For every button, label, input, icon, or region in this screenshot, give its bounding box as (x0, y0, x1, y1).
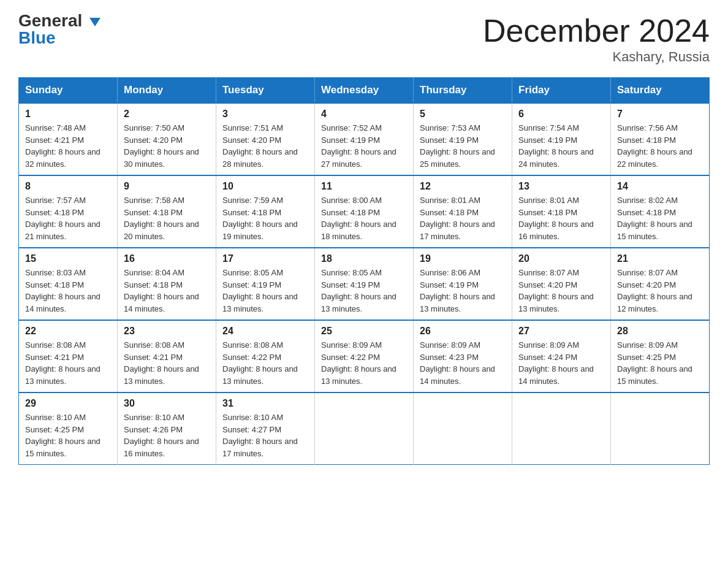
calendar-cell: 6 Sunrise: 7:54 AMSunset: 4:19 PMDayligh… (512, 103, 611, 175)
day-info: Sunrise: 8:09 AMSunset: 4:24 PMDaylight:… (518, 339, 604, 387)
col-header-saturday: Saturday (611, 78, 710, 104)
day-info: Sunrise: 8:05 AMSunset: 4:19 PMDaylight:… (321, 267, 407, 315)
logo-line2: Blue (18, 29, 56, 47)
day-number: 22 (25, 326, 111, 337)
day-info: Sunrise: 8:05 AMSunset: 4:19 PMDaylight:… (222, 267, 308, 315)
title-block: December 2024 Kashary, Russia (483, 12, 710, 65)
calendar-cell: 29 Sunrise: 8:10 AMSunset: 4:25 PMDaylig… (19, 393, 118, 465)
calendar-week-row: 29 Sunrise: 8:10 AMSunset: 4:25 PMDaylig… (19, 393, 710, 465)
day-info: Sunrise: 7:52 AMSunset: 4:19 PMDaylight:… (321, 122, 407, 170)
calendar-cell: 20 Sunrise: 8:07 AMSunset: 4:20 PMDaylig… (512, 248, 611, 320)
col-header-friday: Friday (512, 78, 611, 104)
calendar-cell: 4 Sunrise: 7:52 AMSunset: 4:19 PMDayligh… (315, 103, 414, 175)
col-header-wednesday: Wednesday (315, 78, 414, 104)
calendar-cell: 2 Sunrise: 7:50 AMSunset: 4:20 PMDayligh… (118, 103, 216, 175)
day-number: 4 (321, 109, 407, 120)
day-number: 25 (321, 326, 407, 337)
day-number: 17 (222, 253, 308, 264)
day-number: 1 (25, 109, 111, 120)
day-number: 10 (222, 181, 308, 192)
day-info: Sunrise: 8:10 AMSunset: 4:26 PMDaylight:… (124, 412, 210, 459)
calendar-cell: 10 Sunrise: 7:59 AMSunset: 4:18 PMDaylig… (216, 175, 315, 248)
calendar-cell: 28 Sunrise: 8:09 AMSunset: 4:25 PMDaylig… (611, 320, 710, 393)
day-info: Sunrise: 8:01 AMSunset: 4:18 PMDaylight:… (518, 194, 604, 242)
day-number: 14 (617, 181, 703, 192)
day-info: Sunrise: 7:53 AMSunset: 4:19 PMDaylight:… (420, 122, 506, 170)
day-number: 20 (518, 253, 604, 264)
calendar-cell: 7 Sunrise: 7:56 AMSunset: 4:18 PMDayligh… (611, 103, 710, 175)
day-number: 21 (617, 253, 703, 264)
day-number: 19 (420, 253, 506, 264)
col-header-monday: Monday (118, 78, 216, 104)
calendar-cell: 16 Sunrise: 8:04 AMSunset: 4:18 PMDaylig… (118, 248, 216, 320)
day-number: 3 (222, 109, 308, 120)
day-number: 23 (124, 326, 210, 337)
day-info: Sunrise: 7:48 AMSunset: 4:21 PMDaylight:… (25, 122, 111, 170)
calendar-cell: 25 Sunrise: 8:09 AMSunset: 4:22 PMDaylig… (315, 320, 414, 393)
day-number: 28 (617, 326, 703, 337)
calendar-cell: 31 Sunrise: 8:10 AMSunset: 4:27 PMDaylig… (216, 393, 315, 465)
calendar-week-row: 15 Sunrise: 8:03 AMSunset: 4:18 PMDaylig… (19, 248, 710, 320)
calendar-table: SundayMondayTuesdayWednesdayThursdayFrid… (18, 77, 710, 465)
day-info: Sunrise: 8:09 AMSunset: 4:22 PMDaylight:… (321, 339, 407, 387)
day-info: Sunrise: 8:02 AMSunset: 4:18 PMDaylight:… (617, 194, 703, 242)
calendar-week-row: 22 Sunrise: 8:08 AMSunset: 4:21 PMDaylig… (19, 320, 710, 393)
day-info: Sunrise: 8:07 AMSunset: 4:20 PMDaylight:… (518, 267, 604, 315)
day-number: 16 (124, 253, 210, 264)
calendar-cell: 23 Sunrise: 8:08 AMSunset: 4:21 PMDaylig… (118, 320, 216, 393)
day-number: 31 (222, 398, 308, 409)
calendar-header-row: SundayMondayTuesdayWednesdayThursdayFrid… (19, 78, 710, 104)
day-number: 24 (222, 326, 308, 337)
calendar-cell: 26 Sunrise: 8:09 AMSunset: 4:23 PMDaylig… (414, 320, 512, 393)
day-info: Sunrise: 8:10 AMSunset: 4:25 PMDaylight:… (25, 412, 111, 459)
col-header-thursday: Thursday (414, 78, 512, 104)
calendar-cell: 18 Sunrise: 8:05 AMSunset: 4:19 PMDaylig… (315, 248, 414, 320)
day-number: 12 (420, 181, 506, 192)
day-info: Sunrise: 7:58 AMSunset: 4:18 PMDaylight:… (124, 194, 210, 242)
calendar-subtitle: Kashary, Russia (483, 49, 710, 65)
calendar-cell: 14 Sunrise: 8:02 AMSunset: 4:18 PMDaylig… (611, 175, 710, 248)
calendar-cell (315, 393, 414, 465)
calendar-title: December 2024 (483, 12, 710, 49)
calendar-cell: 5 Sunrise: 7:53 AMSunset: 4:19 PMDayligh… (414, 103, 512, 175)
day-info: Sunrise: 8:10 AMSunset: 4:27 PMDaylight:… (222, 412, 308, 459)
calendar-cell: 9 Sunrise: 7:58 AMSunset: 4:18 PMDayligh… (118, 175, 216, 248)
calendar-cell: 1 Sunrise: 7:48 AMSunset: 4:21 PMDayligh… (19, 103, 118, 175)
day-number: 8 (25, 181, 111, 192)
day-info: Sunrise: 8:08 AMSunset: 4:21 PMDaylight:… (124, 339, 210, 387)
calendar-cell: 21 Sunrise: 8:07 AMSunset: 4:20 PMDaylig… (611, 248, 710, 320)
col-header-tuesday: Tuesday (216, 78, 315, 104)
day-info: Sunrise: 8:04 AMSunset: 4:18 PMDaylight:… (124, 267, 210, 315)
day-info: Sunrise: 8:01 AMSunset: 4:18 PMDaylight:… (420, 194, 506, 242)
day-info: Sunrise: 7:59 AMSunset: 4:18 PMDaylight:… (222, 194, 308, 242)
calendar-cell (512, 393, 611, 465)
svg-marker-0 (89, 18, 100, 26)
day-number: 9 (124, 181, 210, 192)
day-info: Sunrise: 7:57 AMSunset: 4:18 PMDaylight:… (25, 194, 111, 242)
calendar-cell: 15 Sunrise: 8:03 AMSunset: 4:18 PMDaylig… (19, 248, 118, 320)
col-header-sunday: Sunday (19, 78, 118, 104)
calendar-week-row: 1 Sunrise: 7:48 AMSunset: 4:21 PMDayligh… (19, 103, 710, 175)
calendar-cell: 12 Sunrise: 8:01 AMSunset: 4:18 PMDaylig… (414, 175, 512, 248)
calendar-cell: 8 Sunrise: 7:57 AMSunset: 4:18 PMDayligh… (19, 175, 118, 248)
day-info: Sunrise: 8:09 AMSunset: 4:25 PMDaylight:… (617, 339, 703, 387)
day-number: 15 (25, 253, 111, 264)
calendar-cell: 11 Sunrise: 8:00 AMSunset: 4:18 PMDaylig… (315, 175, 414, 248)
day-info: Sunrise: 8:07 AMSunset: 4:20 PMDaylight:… (617, 267, 703, 315)
logo: General Blue (18, 12, 100, 47)
calendar-cell: 3 Sunrise: 7:51 AMSunset: 4:20 PMDayligh… (216, 103, 315, 175)
calendar-cell: 13 Sunrise: 8:01 AMSunset: 4:18 PMDaylig… (512, 175, 611, 248)
day-number: 11 (321, 181, 407, 192)
day-info: Sunrise: 7:54 AMSunset: 4:19 PMDaylight:… (518, 122, 604, 170)
logo-line1: General (18, 12, 100, 29)
calendar-cell: 30 Sunrise: 8:10 AMSunset: 4:26 PMDaylig… (118, 393, 216, 465)
day-info: Sunrise: 8:00 AMSunset: 4:18 PMDaylight:… (321, 194, 407, 242)
day-number: 30 (124, 398, 210, 409)
calendar-cell: 22 Sunrise: 8:08 AMSunset: 4:21 PMDaylig… (19, 320, 118, 393)
day-number: 2 (124, 109, 210, 120)
day-number: 27 (518, 326, 604, 337)
day-info: Sunrise: 8:03 AMSunset: 4:18 PMDaylight:… (25, 267, 111, 315)
calendar-cell (611, 393, 710, 465)
day-number: 26 (420, 326, 506, 337)
day-info: Sunrise: 8:09 AMSunset: 4:23 PMDaylight:… (420, 339, 506, 387)
